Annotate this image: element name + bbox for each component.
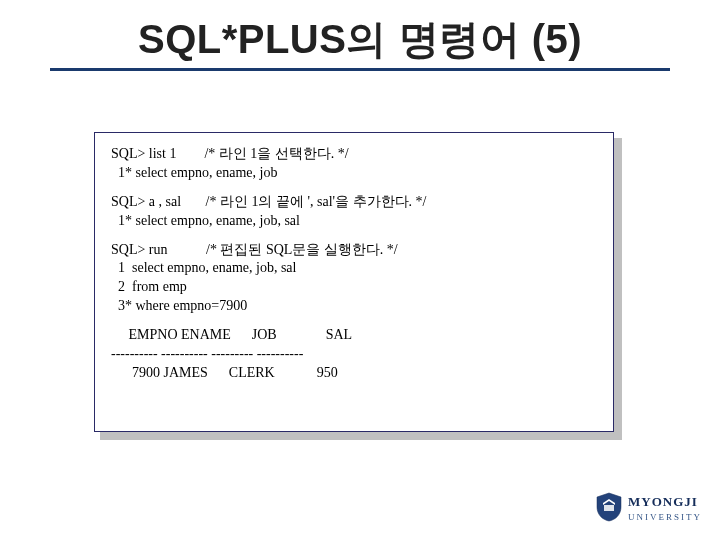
code-line: ---------- ---------- --------- --------… — [111, 345, 597, 364]
code-block-2: SQL> a , sal /* 라인 1의 끝에 ', sal'을 추가한다. … — [111, 193, 597, 231]
code-line: 1* select empno, ename, job — [111, 164, 597, 183]
svg-rect-0 — [604, 505, 614, 511]
code-line: SQL> a , sal /* 라인 1의 끝에 ', sal'을 추가한다. … — [111, 193, 597, 212]
code-line: 1 select empno, ename, job, sal — [111, 259, 597, 278]
code-block-3: SQL> run /* 편집된 SQL문을 실행한다. */ 1 select … — [111, 241, 597, 317]
slide: SQL*PLUS의 명령어 (5) SQL> list 1 /* 라인 1을 선… — [0, 0, 720, 540]
title-underline — [50, 68, 670, 71]
code-block-4: EMPNO ENAME JOB SAL ---------- ---------… — [111, 326, 597, 383]
code-line: 2 from emp — [111, 278, 597, 297]
logo-main: MYONGJI — [628, 494, 698, 509]
slide-title: SQL*PLUS의 명령어 (5) — [0, 12, 720, 67]
logo-sub: UNIVERSITY — [628, 512, 702, 522]
code-block-1: SQL> list 1 /* 라인 1을 선택한다. */ 1* select … — [111, 145, 597, 183]
code-line: 3* where empno=7900 — [111, 297, 597, 316]
logo-text: MYONGJI UNIVERSITY — [628, 495, 702, 522]
code-line: 7900 JAMES CLERK 950 — [111, 364, 597, 383]
university-logo: MYONGJI UNIVERSITY — [596, 492, 702, 526]
code-line: 1* select empno, ename, job, sal — [111, 212, 597, 231]
shield-icon — [596, 492, 622, 526]
code-line: SQL> list 1 /* 라인 1을 선택한다. */ — [111, 145, 597, 164]
code-box: SQL> list 1 /* 라인 1을 선택한다. */ 1* select … — [94, 132, 614, 432]
code-line: EMPNO ENAME JOB SAL — [111, 326, 597, 345]
code-line: SQL> run /* 편집된 SQL문을 실행한다. */ — [111, 241, 597, 260]
